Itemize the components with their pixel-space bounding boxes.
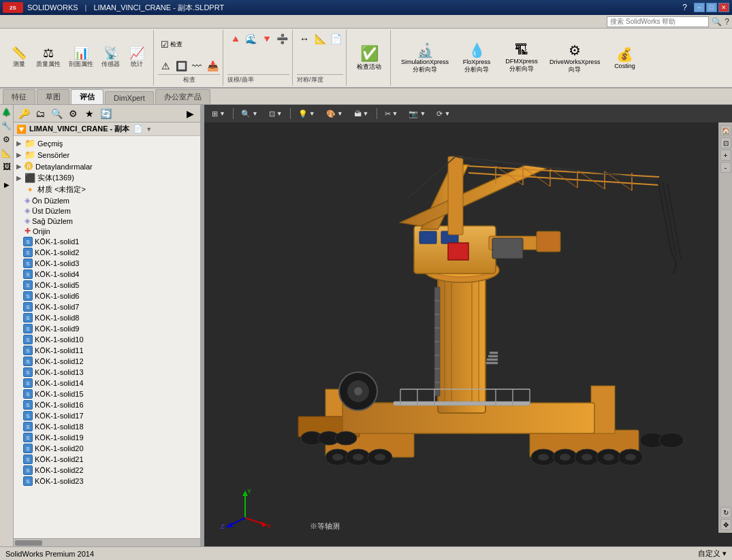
zebra-button[interactable]: 〰: [189, 59, 204, 73]
tree-item-kök-1-solid11[interactable]: S KÖK-1-solid11: [15, 345, 199, 356]
rotate-view-button[interactable]: ↻: [720, 507, 731, 518]
tree-item-gecmis[interactable]: ▶ 📁 Geçmiş: [15, 137, 199, 149]
help-button[interactable]: ?: [725, 17, 729, 27]
panel-expand-button[interactable]: ▶: [182, 106, 197, 121]
tree-item-kök-1-solid10[interactable]: S KÖK-1-solid10: [15, 334, 199, 345]
geo-analysis-button[interactable]: 🔲: [174, 59, 189, 73]
tree-item-kök-1-solid9[interactable]: S KÖK-1-solid9: [15, 323, 199, 334]
tree-item-kök-1-solid4[interactable]: S KÖK-1-solid4: [15, 269, 199, 280]
tree-item-kök-1-solid14[interactable]: S KÖK-1-solid14: [15, 378, 199, 389]
search-icon[interactable]: 🔍: [712, 17, 722, 27]
panel-btn-4[interactable]: ⚙: [65, 106, 80, 121]
maximize-button[interactable]: □: [706, 3, 717, 12]
tab-office[interactable]: 办公室产品: [155, 89, 210, 104]
feature-manager-button[interactable]: 🌲: [1, 106, 13, 118]
tree-item-kök-1-solid16[interactable]: S KÖK-1-solid16: [15, 399, 199, 410]
sym-check-button[interactable]: ↔: [297, 31, 312, 46]
display-style-button[interactable]: ⊡ ▼: [264, 108, 287, 120]
tab-dimxpert[interactable]: DimXpert: [105, 91, 154, 104]
tree-item-kök-1-solid7[interactable]: S KÖK-1-solid7: [15, 301, 199, 312]
tab-sketch[interactable]: 草图: [37, 89, 69, 104]
selection-filter-button[interactable]: ▶: [1, 178, 13, 191]
close-button[interactable]: ✕: [718, 3, 729, 12]
rotate-button[interactable]: ⟳ ▼: [432, 108, 455, 120]
tree-item-material[interactable]: ▶ 🔸 材质 <未指定>: [15, 184, 199, 195]
sensors-button[interactable]: 📡 传感器: [98, 45, 123, 71]
customize-button[interactable]: 自定义 ▾: [698, 548, 727, 559]
camera-button[interactable]: 📷 ▼: [404, 108, 430, 120]
minimize-button[interactable]: −: [694, 3, 705, 12]
zoom-out-button[interactable]: -: [720, 162, 731, 173]
tree-item-sensorler[interactable]: ▶ 📁 Sensörler: [15, 149, 199, 161]
zoom-in-button[interactable]: +: [720, 150, 731, 161]
search-input[interactable]: [607, 16, 709, 27]
tree-item-ust-duzlem[interactable]: ▶ ◈ Üst Düzlem: [15, 205, 199, 216]
appearance-button[interactable]: 🎨 ▼: [321, 108, 348, 120]
parting-button[interactable]: ➗: [274, 31, 289, 46]
tree-item-kök-1-solid21[interactable]: S KÖK-1-solid21: [15, 454, 199, 465]
floxpress-button[interactable]: 💧 FloXpress分析向导: [456, 40, 497, 76]
tree-item-kök-1-solid1[interactable]: S KÖK-1-solid1: [15, 236, 199, 247]
tab-features[interactable]: 特征: [3, 89, 35, 104]
tree-item-kök-1-solid20[interactable]: S KÖK-1-solid20: [15, 443, 199, 454]
draft-analysis-button[interactable]: 🔺: [227, 31, 242, 46]
tree-item-on-duzlem[interactable]: ▶ ◈ Ön Düzlem: [15, 195, 199, 205]
view-settings-button[interactable]: 💡 ▼: [293, 108, 320, 120]
check-button[interactable]: ☑ 检查: [158, 31, 185, 58]
tree-item-kök-1-solid2[interactable]: S KÖK-1-solid2: [15, 247, 199, 258]
thickness-button[interactable]: 📐: [313, 31, 328, 46]
section-icon: 📊: [74, 47, 89, 59]
driveworks-button[interactable]: ⚙ DriveWorksXpress向导: [546, 40, 603, 76]
curvature-button[interactable]: 🌊: [243, 31, 258, 46]
tree-item-kök-1-solid13[interactable]: S KÖK-1-solid13: [15, 367, 199, 378]
compare-doc-button[interactable]: 📄: [328, 31, 343, 46]
tree-item-sag-duzlem[interactable]: ▶ ◈ Sağ Düzlem: [15, 216, 199, 226]
undercut-button[interactable]: 🔻: [259, 31, 274, 46]
tree-item-orijin[interactable]: ▶ ✚ Orijin: [15, 226, 199, 236]
stats-button[interactable]: 📈 统计: [125, 45, 149, 71]
tree-item-kök-1-solid15[interactable]: S KÖK-1-solid15: [15, 389, 199, 399]
analysis-active-button[interactable]: ✅ 检查活动: [353, 43, 385, 73]
tree-item-kök-1-solid8[interactable]: S KÖK-1-solid8: [15, 312, 199, 323]
mass-props-button[interactable]: ⚖ 质量属性: [33, 45, 64, 71]
tree-item-kök-1-solid3[interactable]: S KÖK-1-solid3: [15, 258, 199, 269]
tree-item-kök-1-solid5[interactable]: S KÖK-1-solid5: [15, 280, 199, 291]
simulation-xpress-button[interactable]: 🔬 SimulationXpress分析向导: [398, 40, 452, 76]
tree-item-kök-1-solid22[interactable]: S KÖK-1-solid22: [15, 465, 199, 476]
panel-btn-2[interactable]: 🗂: [33, 106, 48, 121]
error-analysis-button[interactable]: ⚠: [158, 59, 173, 73]
tree-item-kök-1-solid6[interactable]: S KÖK-1-solid6: [15, 291, 199, 301]
panel-btn-3[interactable]: 🔍: [49, 106, 64, 121]
tree-item-detay[interactable]: ▶ 🅐 Detaylandırmalar: [15, 161, 199, 172]
display-manager-button[interactable]: 🖼: [1, 161, 13, 173]
section-view-button[interactable]: ✂ ▼: [380, 108, 403, 120]
config-manager-button[interactable]: ⚙: [1, 133, 13, 146]
panel-btn-5[interactable]: ★: [82, 106, 97, 121]
zoom-button[interactable]: 🔍 ▼: [236, 108, 263, 120]
scene-button[interactable]: 🏔 ▼: [349, 108, 374, 120]
pan-button[interactable]: ✥: [720, 519, 731, 530]
property-manager-button[interactable]: 🔧: [1, 120, 13, 132]
tree-item-kök-1-solid19[interactable]: S KÖK-1-solid19: [15, 432, 199, 443]
help-icon[interactable]: ?: [682, 3, 687, 12]
input-diag-button[interactable]: 📥: [205, 59, 220, 73]
zoom-to-fit-button[interactable]: ⊡: [720, 137, 731, 148]
tab-evaluate[interactable]: 评估: [71, 89, 104, 104]
tree-item-kök-1-solid12[interactable]: S KÖK-1-solid12: [15, 356, 199, 367]
section-props-button[interactable]: 📊 剖面属性: [65, 45, 97, 71]
viewport[interactable]: ⊞ ▼ 🔍 ▼ ⊡ ▼ 💡 ▼ 🎨 ▼ 🏔 ▼ ✂ ▼ 📷 ▼ ⟳ ▼: [204, 105, 732, 546]
home-view-button[interactable]: 🏠: [720, 125, 731, 136]
view-orient-button[interactable]: ⊞ ▼: [207, 108, 230, 120]
tree-item-kök-1-solid17[interactable]: S KÖK-1-solid17: [15, 410, 199, 421]
dfmxpress-button[interactable]: 🏗 DFMXpress分析向导: [501, 40, 542, 76]
tree-area[interactable]: ▶ 📁 Geçmiş ▶ 📁 Sensörler ▶ 🅐 Detaylandır…: [14, 136, 200, 538]
panel-btn-1[interactable]: 🔑: [16, 106, 31, 121]
panel-btn-6[interactable]: 🔄: [98, 106, 113, 121]
dim-xpert-button[interactable]: 📐: [1, 147, 13, 159]
tree-item-kök-1-solid18[interactable]: S KÖK-1-solid18: [15, 421, 199, 432]
costing-button[interactable]: 💰 Costing: [607, 44, 641, 71]
tree-scrollbar[interactable]: [14, 538, 200, 546]
tree-item-kök-1-solid23[interactable]: S KÖK-1-solid23: [15, 476, 199, 487]
tree-item-solids[interactable]: ▶ ⬛ 实体(1369): [15, 172, 199, 184]
measure-button[interactable]: 📏 测量: [7, 45, 31, 71]
